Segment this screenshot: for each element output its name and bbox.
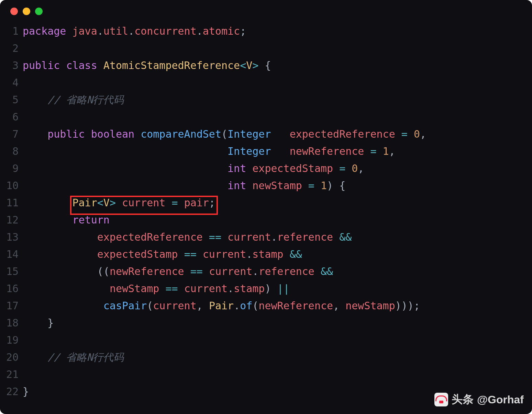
token-plain xyxy=(302,180,308,192)
token-plain xyxy=(23,197,73,209)
token-fn: of xyxy=(240,300,252,312)
line-number: 9 xyxy=(0,160,23,177)
token-op: && xyxy=(321,265,333,277)
token-plain xyxy=(271,128,290,140)
token-var: current xyxy=(203,248,246,260)
code-area[interactable]: 1package java.util.concurrent.atomic;23p… xyxy=(0,23,532,400)
code-content[interactable]: package java.util.concurrent.atomic; xyxy=(23,23,532,40)
code-line[interactable]: 21 xyxy=(0,366,532,383)
line-number: 14 xyxy=(0,246,23,263)
token-op: > xyxy=(110,197,116,209)
token-num: 0 xyxy=(414,128,420,140)
token-op: == xyxy=(165,283,178,295)
token-punct: ; xyxy=(209,197,215,209)
code-content[interactable]: expectedReference == current.reference &… xyxy=(23,229,532,246)
token-plain xyxy=(23,214,73,226)
token-plain xyxy=(314,180,321,192)
token-var: stamp xyxy=(252,248,283,260)
code-line[interactable]: 6 xyxy=(0,108,532,126)
line-number: 2 xyxy=(0,40,23,57)
code-line[interactable]: 3public class AtomicStampedReference<V> … xyxy=(0,57,532,74)
code-content[interactable]: Pair<V> current = pair; xyxy=(23,194,532,211)
code-content[interactable]: } xyxy=(23,314,532,332)
code-content[interactable]: int newStamp = 1) { xyxy=(23,177,532,194)
code-line[interactable]: 4 xyxy=(0,74,532,91)
token-var: util xyxy=(103,25,128,37)
token-kw: public xyxy=(47,128,85,140)
code-line[interactable]: 8 Integer newReference = 1, xyxy=(0,143,532,160)
line-number: 5 xyxy=(0,91,23,108)
code-line[interactable]: 17 casPair(current, Pair.of(newReference… xyxy=(0,297,532,314)
code-line[interactable]: 11 Pair<V> current = pair; xyxy=(0,194,532,211)
token-plain xyxy=(364,145,370,157)
code-content[interactable]: int expectedStamp = 0, xyxy=(23,160,532,177)
code-content[interactable]: // 省略N行代码 xyxy=(23,91,532,108)
token-var: expectedReference xyxy=(97,231,203,243)
token-op: == xyxy=(190,265,203,277)
code-content[interactable]: casPair(current, Pair.of(newReference, n… xyxy=(23,297,532,314)
line-number: 3 xyxy=(0,57,23,74)
token-punct: . xyxy=(271,231,277,243)
token-plain xyxy=(333,162,339,174)
token-op: > xyxy=(252,59,258,71)
token-var: newStamp xyxy=(252,180,302,192)
token-punct: ( xyxy=(147,300,153,312)
code-content[interactable]: public class AtomicStampedReference<V> { xyxy=(23,57,532,74)
token-plain xyxy=(134,128,141,140)
line-number: 1 xyxy=(0,23,23,40)
code-content[interactable]: Integer newReference = 1, xyxy=(23,143,532,160)
code-content[interactable]: public boolean compareAndSet(Integer exp… xyxy=(23,126,532,143)
code-line[interactable]: 7 public boolean compareAndSet(Integer e… xyxy=(0,126,532,143)
minimize-icon[interactable] xyxy=(23,8,30,15)
token-punct: ))); xyxy=(395,300,420,312)
token-plain xyxy=(271,145,289,157)
token-punct: . xyxy=(234,300,240,312)
close-icon[interactable] xyxy=(10,8,18,15)
code-line[interactable]: 1package java.util.concurrent.atomic; xyxy=(0,23,532,40)
code-content[interactable]: newStamp == current.stamp) || xyxy=(23,280,532,297)
token-op: && xyxy=(339,231,352,243)
token-type: Integer xyxy=(228,145,271,157)
code-content[interactable]: expectedStamp == current.stamp && xyxy=(23,246,532,263)
token-op: == xyxy=(184,248,197,260)
token-cls: Pair xyxy=(209,300,234,312)
token-punct: , xyxy=(358,162,364,174)
token-var: current xyxy=(184,283,228,295)
line-number: 6 xyxy=(0,108,23,126)
code-line[interactable]: 5 // 省略N行代码 xyxy=(0,91,532,108)
code-line[interactable]: 15 ((newReference == current.reference &… xyxy=(0,263,532,280)
line-number: 15 xyxy=(0,263,23,280)
zoom-icon[interactable] xyxy=(35,8,43,15)
token-plain xyxy=(178,248,184,260)
token-plain xyxy=(116,197,122,209)
token-var: current xyxy=(209,265,252,277)
code-line[interactable]: 20 // 省略N行代码 xyxy=(0,349,532,366)
code-line[interactable]: 18 } xyxy=(0,314,532,332)
code-content[interactable]: // 省略N行代码 xyxy=(23,349,532,366)
token-punct: , xyxy=(333,300,345,312)
token-plain xyxy=(66,25,72,37)
code-line[interactable]: 16 newStamp == current.stamp) || xyxy=(0,280,532,297)
code-content[interactable]: ((newReference == current.reference && xyxy=(23,263,532,280)
code-line[interactable]: 2 xyxy=(0,40,532,57)
token-plain xyxy=(284,248,290,260)
code-line[interactable]: 13 expectedReference == current.referenc… xyxy=(0,229,532,246)
token-plain xyxy=(246,162,252,174)
watermark-prefix: 头条 xyxy=(452,392,474,407)
line-number: 11 xyxy=(0,194,23,211)
code-line[interactable]: 14 expectedStamp == current.stamp && xyxy=(0,246,532,263)
token-plain xyxy=(314,265,321,277)
code-content[interactable]: return xyxy=(23,211,532,229)
token-plain xyxy=(246,180,252,192)
token-kw: int xyxy=(228,180,246,192)
token-kw: return xyxy=(73,214,110,226)
token-var: newReference xyxy=(290,145,364,157)
line-number: 10 xyxy=(0,177,23,194)
code-line[interactable]: 19 xyxy=(0,332,532,349)
code-line[interactable]: 9 int expectedStamp = 0, xyxy=(0,160,532,177)
code-line[interactable]: 10 int newStamp = 1) { xyxy=(0,177,532,194)
code-line[interactable]: 12 return xyxy=(0,211,532,229)
token-plain xyxy=(23,283,110,295)
token-plain xyxy=(408,128,414,140)
token-type: Integer xyxy=(228,128,271,140)
